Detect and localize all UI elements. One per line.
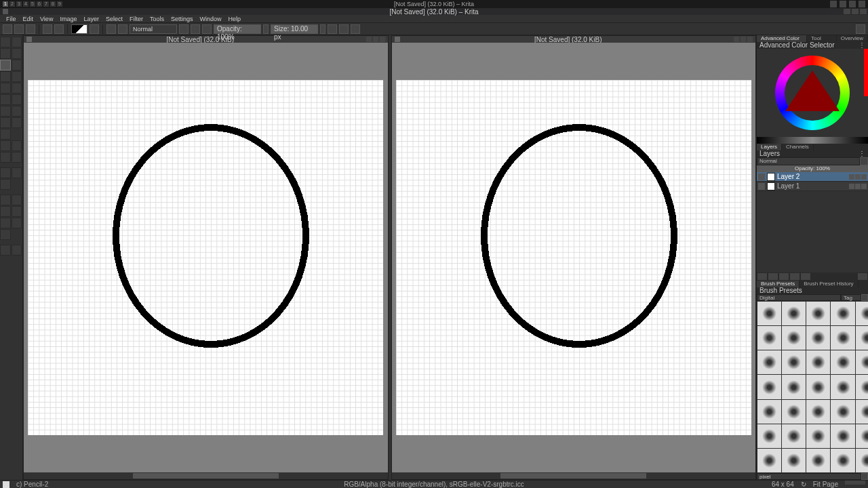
brush-preset[interactable] [831, 350, 854, 374]
gradient-tool[interactable] [0, 152, 11, 163]
menu-tools[interactable]: Tools [146, 16, 167, 22]
transform-layer-tool[interactable] [12, 117, 22, 128]
brush-view-button[interactable] [861, 294, 868, 301]
text-tool[interactable] [12, 37, 22, 47]
zoom-tool[interactable] [0, 245, 11, 256]
brush-preset[interactable] [757, 424, 781, 448]
layer-properties-button[interactable] [801, 273, 810, 280]
menu-select[interactable]: Select [102, 16, 126, 22]
brush-preset[interactable] [757, 400, 781, 424]
maximize-button[interactable] [852, 9, 859, 14]
brush-preset[interactable] [856, 302, 868, 325]
brush-preset[interactable] [806, 326, 830, 350]
delete-layer-button[interactable] [858, 273, 867, 280]
fg-bg-color[interactable] [71, 24, 87, 34]
brush-preset[interactable] [757, 302, 781, 325]
brush-preset[interactable] [782, 302, 806, 325]
tray-icon[interactable] [849, 1, 856, 7]
brush-preset[interactable] [831, 375, 854, 399]
layer-name[interactable]: Layer 2 [777, 173, 847, 180]
bezier-select-tool[interactable] [0, 229, 11, 240]
brush-preset[interactable] [806, 302, 830, 325]
ellipse-select-tool[interactable] [12, 195, 22, 205]
size-stepper[interactable] [320, 24, 326, 34]
save-button[interactable] [26, 24, 35, 34]
brush-preset[interactable] [831, 302, 854, 325]
brush-preset[interactable] [856, 326, 868, 350]
brush-preset[interactable] [856, 400, 868, 424]
brush-preset[interactable] [757, 449, 781, 472]
freehand-select-tool[interactable] [0, 206, 11, 217]
brush-preset[interactable] [757, 326, 781, 350]
pane-minimize-button[interactable] [734, 37, 739, 42]
brush-preset[interactable] [782, 375, 806, 399]
visibility-icon[interactable] [758, 183, 765, 190]
opacity-slider[interactable]: Opacity: 100% [214, 24, 261, 34]
status-zoom-slider[interactable] [845, 481, 865, 485]
move-down-button[interactable] [779, 273, 789, 280]
brush-preset[interactable] [782, 400, 806, 424]
multibrush-tool[interactable] [12, 106, 22, 117]
menu-file[interactable]: File [3, 16, 20, 22]
shade-selector[interactable] [757, 137, 868, 144]
brush-preset[interactable] [757, 350, 781, 374]
canvas-viewport[interactable] [392, 43, 756, 472]
pane-close-button[interactable] [747, 37, 753, 42]
workspace-button[interactable] [351, 24, 360, 34]
menu-help[interactable]: Help [225, 16, 245, 22]
menu-filter[interactable]: Filter [126, 16, 146, 22]
brush-preset[interactable] [856, 449, 868, 472]
crop-tool[interactable] [0, 129, 11, 140]
menu-window[interactable]: Window [196, 16, 224, 22]
layer-filter-button[interactable] [860, 157, 868, 165]
measure-tool[interactable] [12, 167, 22, 178]
layer-prop-icon[interactable] [849, 174, 854, 180]
brush-preset[interactable] [806, 424, 830, 448]
eraser-toggle[interactable] [179, 24, 189, 34]
move-tool[interactable] [0, 117, 11, 128]
pan-tool[interactable] [12, 245, 22, 256]
menu-settings[interactable]: Settings [167, 16, 197, 22]
visibility-icon[interactable] [758, 174, 765, 180]
pane-maximize-button[interactable] [741, 37, 746, 42]
workspace-switcher[interactable]: 123456789 [3, 1, 290, 7]
status-brush-thumbnail[interactable] [3, 481, 9, 488]
pattern-button[interactable] [90, 24, 99, 34]
dock-tab-channels[interactable]: Channels [782, 144, 814, 150]
brush-settings-button[interactable] [118, 24, 127, 34]
status-zoom[interactable]: Fit Page [813, 481, 838, 488]
layer-prop-icon[interactable] [855, 174, 861, 180]
reload-preset-button[interactable] [202, 24, 212, 34]
menu-view[interactable]: View [37, 16, 56, 22]
contiguous-select-tool[interactable] [0, 218, 11, 228]
minimize-button[interactable] [844, 9, 850, 14]
dock-tab-brush-history[interactable]: Brush Preset History [800, 281, 858, 287]
polygon-tool[interactable] [0, 83, 11, 94]
layer-row[interactable]: Layer 1 [757, 182, 868, 191]
horizontal-scrollbar[interactable] [392, 472, 756, 479]
tray-icon[interactable] [840, 1, 846, 7]
pane-close-button[interactable] [380, 37, 385, 42]
recent-color-icon[interactable] [864, 49, 868, 96]
brush-preset[interactable] [856, 350, 868, 374]
polygon-select-tool[interactable] [12, 206, 22, 217]
fill-tool[interactable] [0, 140, 11, 151]
menu-edit[interactable]: Edit [20, 16, 37, 22]
document-tab[interactable]: [Not Saved] (32.0 KiB) [392, 36, 756, 43]
close-button[interactable] [860, 9, 867, 14]
color-selector[interactable] [757, 49, 868, 137]
brush-preset[interactable] [831, 424, 854, 448]
smart-patch-tool[interactable] [12, 152, 22, 163]
choose-workspace-button[interactable] [856, 24, 865, 34]
layer-row[interactable]: Layer 2 [757, 172, 868, 182]
reference-tool[interactable] [0, 179, 11, 190]
layer-name[interactable]: Layer 1 [777, 182, 847, 190]
polyline-tool[interactable] [12, 83, 22, 94]
new-button[interactable] [3, 24, 12, 34]
size-slider[interactable]: Size: 10.00 px [271, 24, 318, 34]
brush-preset[interactable] [782, 326, 806, 350]
bezier-tool[interactable] [0, 94, 11, 105]
horizontal-scrollbar[interactable] [24, 472, 388, 479]
brush-preset[interactable] [782, 350, 806, 374]
layer-prop-icon[interactable] [849, 184, 854, 189]
